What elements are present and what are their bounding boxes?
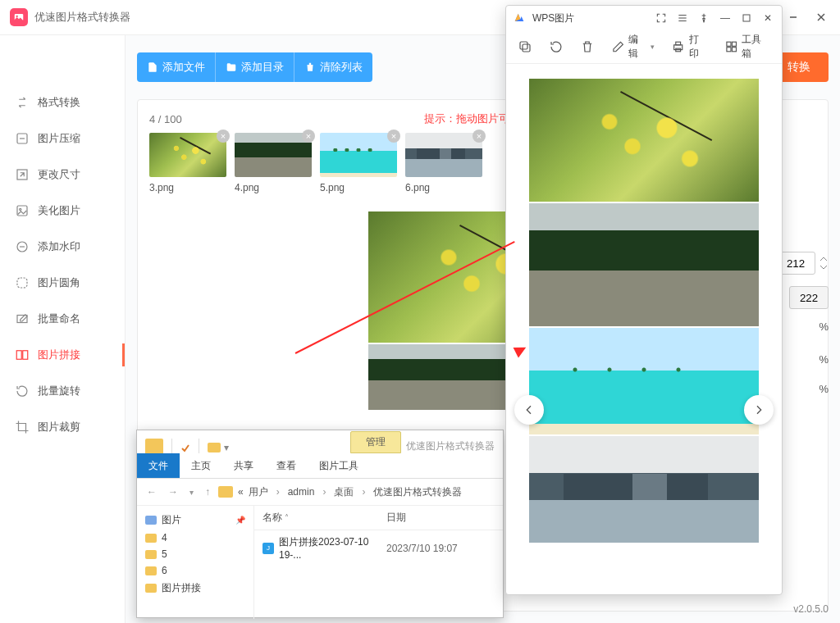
sidebar-item-label: 图片拼接 <box>38 348 80 362</box>
explorer-quickbar: ▾ 管理 优速图片格式转换器 <box>137 430 503 453</box>
sidebar-item-watermark[interactable]: 添加水印 <box>0 229 125 265</box>
size-input-2[interactable] <box>789 286 829 309</box>
toolbox-button[interactable]: 工具箱 <box>719 30 775 64</box>
prev-image-button[interactable] <box>514 395 544 425</box>
thumb-caption: 3.png <box>149 182 226 193</box>
sidebar-item-rotate[interactable]: 批量旋转 <box>0 373 125 409</box>
explorer-tree: 图片📌 4 5 6 图片拼接 <box>137 506 254 619</box>
sidebar-item-label: 图片压缩 <box>38 131 80 146</box>
crumb-item[interactable]: admin <box>288 486 315 498</box>
tree-item[interactable]: 图片拼接 <box>144 579 247 598</box>
sidebar-item-label: 美化图片 <box>38 203 80 218</box>
thumbnail-item[interactable]: ×3.png <box>149 133 226 193</box>
thumb-image: × <box>149 133 226 177</box>
clear-list-button[interactable]: 清除列表 <box>294 52 372 82</box>
copy-button[interactable] <box>513 36 537 57</box>
fullscreen-icon[interactable] <box>654 11 669 25</box>
explorer-manage-tab[interactable]: 管理 <box>350 431 401 453</box>
sidebar-item-stitch[interactable]: 图片拼接 <box>0 337 125 373</box>
sidebar: 格式转换 图片压缩 更改尺寸 美化图片 添加水印 图片圆角 批量命名 图片拼接 … <box>0 35 126 623</box>
crumb-item[interactable]: 优速图片格式转换器 <box>373 485 462 499</box>
rotate-icon <box>15 384 30 398</box>
minimize-button[interactable] <box>784 8 802 26</box>
thumbnail-item[interactable]: ×4.png <box>235 133 312 193</box>
version-label: v2.0.5.0 <box>793 603 829 615</box>
thumbnail-item[interactable]: ×5.png <box>320 133 397 193</box>
quickbar-check[interactable] <box>180 443 190 453</box>
tree-item[interactable]: 5 <box>144 546 247 562</box>
next-image-button[interactable] <box>744 395 774 425</box>
thumb-remove-icon[interactable]: × <box>217 130 230 143</box>
sidebar-item-resize[interactable]: 更改尺寸 <box>0 157 125 193</box>
print-button[interactable]: 打印 <box>666 30 713 64</box>
ribbon-tab-view[interactable]: 查看 <box>265 453 308 478</box>
sidebar-item-compress[interactable]: 图片压缩 <box>0 121 125 157</box>
trash-icon <box>580 39 595 54</box>
file-row[interactable]: J 图片拼接2023-07-10 19-... 2023/7/10 19:07 <box>254 530 503 566</box>
thumb-remove-icon[interactable]: × <box>387 130 400 143</box>
thumb-image: × <box>235 133 312 177</box>
svg-point-8 <box>20 208 21 210</box>
ribbon-tab-file[interactable]: 文件 <box>137 453 180 478</box>
edit-button[interactable]: 编辑 ▾ <box>606 30 660 64</box>
chevron-left-icon <box>523 403 536 416</box>
nav-up-icon[interactable]: ↑ <box>202 486 213 498</box>
folder-icon <box>218 486 233 498</box>
app-logo-icon <box>10 8 28 26</box>
ribbon-tab-home[interactable]: 主页 <box>180 453 222 478</box>
col-name[interactable]: 名称 ˄ <box>254 506 378 530</box>
rotate-button[interactable] <box>544 36 568 57</box>
folder-icon[interactable] <box>145 439 163 453</box>
quickbar-folder-dropdown[interactable]: ▾ <box>208 442 229 453</box>
wps-viewer <box>506 64 782 594</box>
list-header: 名称 ˄ 日期 <box>254 506 503 530</box>
sidebar-item-label: 添加水印 <box>38 239 80 254</box>
thumb-remove-icon[interactable]: × <box>302 130 315 143</box>
crumb-item[interactable]: 桌面 <box>334 485 354 499</box>
stepper-1[interactable] <box>819 255 829 271</box>
close-button[interactable] <box>812 8 830 26</box>
nav-forward-icon[interactable]: → <box>165 486 181 498</box>
swap-icon <box>15 95 30 110</box>
pin-icon: 📌 <box>235 516 245 525</box>
sidebar-item-label: 格式转换 <box>38 95 80 110</box>
thumbnail-item[interactable]: ×6.png <box>405 133 482 193</box>
tree-item[interactable]: 6 <box>144 562 247 579</box>
svg-rect-10 <box>17 278 27 288</box>
action-button-group: 添加文件 添加目录 清除列表 <box>137 52 372 82</box>
svg-rect-26 <box>732 48 736 52</box>
sidebar-item-format[interactable]: 格式转换 <box>0 84 125 121</box>
sidebar-item-rename[interactable]: 批量命名 <box>0 301 125 337</box>
pin-icon[interactable] <box>696 11 711 25</box>
explorer-file-list: 名称 ˄ 日期 J 图片拼接2023-07-10 19-... 2023/7/1… <box>254 506 503 619</box>
sidebar-item-crop[interactable]: 图片裁剪 <box>0 409 125 445</box>
nav-recent-dropdown[interactable]: ▾ <box>186 488 197 497</box>
add-file-button[interactable]: 添加文件 <box>137 52 215 82</box>
ribbon-tab-share[interactable]: 共享 <box>222 453 265 478</box>
rename-icon <box>15 312 30 326</box>
add-folder-button[interactable]: 添加目录 <box>215 52 294 82</box>
sidebar-item-beautify[interactable]: 美化图片 <box>0 193 125 229</box>
wps-minimize-button[interactable]: — <box>718 11 733 25</box>
col-date[interactable]: 日期 <box>378 506 503 530</box>
tree-item[interactable]: 图片📌 <box>144 511 247 530</box>
delete-button[interactable] <box>575 36 600 57</box>
crop-icon <box>15 420 30 434</box>
wps-close-button[interactable]: ✕ <box>760 11 775 25</box>
svg-rect-24 <box>732 42 736 46</box>
menu-icon[interactable] <box>675 11 690 25</box>
watermark-icon <box>15 239 30 254</box>
svg-point-1 <box>16 16 18 17</box>
wps-maximize-button[interactable] <box>739 11 754 25</box>
crumb-item[interactable]: 用户 <box>249 485 268 499</box>
tree-item[interactable]: 4 <box>144 530 247 546</box>
ribbon-tab-picture-tools[interactable]: 图片工具 <box>308 453 370 478</box>
percent-label-1: % <box>819 321 829 333</box>
nav-back-icon[interactable]: ← <box>144 486 160 498</box>
copy-icon <box>518 39 532 54</box>
sidebar-item-rounded[interactable]: 图片圆角 <box>0 265 125 301</box>
rounded-icon <box>15 275 30 290</box>
thumb-remove-icon[interactable]: × <box>472 130 486 143</box>
pictures-icon <box>145 516 157 525</box>
explorer-window: ▾ 管理 优速图片格式转换器 文件 主页 共享 查看 图片工具 ← → ▾ ↑ … <box>136 430 504 618</box>
